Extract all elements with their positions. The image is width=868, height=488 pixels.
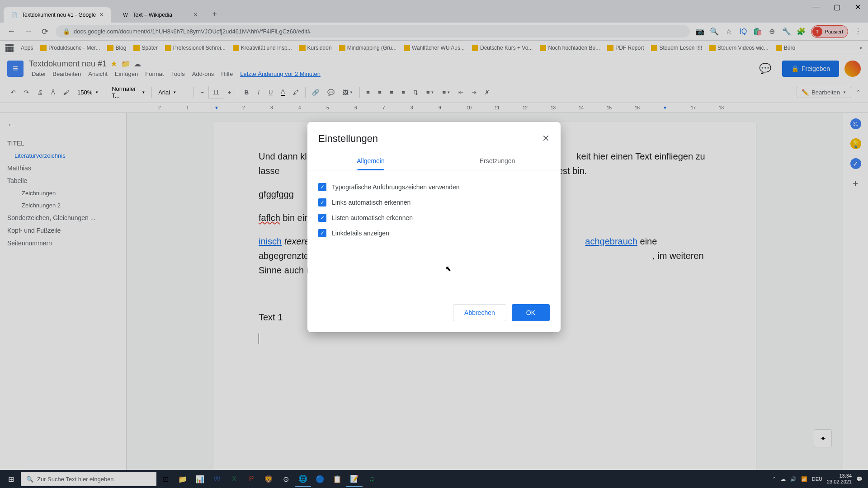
- maximize-button[interactable]: ▢: [826, 0, 847, 14]
- checkbox-smart-quotes[interactable]: ✓: [318, 183, 326, 191]
- close-icon[interactable]: ✕: [542, 133, 550, 144]
- tab-general[interactable]: Allgemein: [307, 152, 434, 170]
- checkbox-detect-links[interactable]: ✓: [318, 198, 326, 206]
- checkbox-label: Linkdetails anzeigen: [332, 230, 389, 237]
- dialog-title: Einstellungen: [318, 133, 378, 145]
- mouse-cursor: ⬉: [445, 264, 451, 273]
- minimize-button[interactable]: —: [806, 0, 826, 14]
- cancel-button[interactable]: Abbrechen: [453, 304, 506, 321]
- tab-substitutions[interactable]: Ersetzungen: [434, 152, 561, 170]
- settings-dialog: Einstellungen ✕ Allgemein Ersetzungen ✓ …: [307, 122, 561, 332]
- checkbox-link-details[interactable]: ✓: [318, 229, 326, 237]
- checkbox-detect-lists[interactable]: ✓: [318, 214, 326, 222]
- checkbox-label: Typografische Anführungszeichen verwende…: [332, 183, 460, 191]
- checkbox-label: Links automatisch erkennen: [332, 199, 410, 206]
- ok-button[interactable]: OK: [512, 304, 550, 321]
- checkbox-label: Listen automatisch erkennen: [332, 214, 413, 221]
- close-window-button[interactable]: ✕: [847, 0, 868, 14]
